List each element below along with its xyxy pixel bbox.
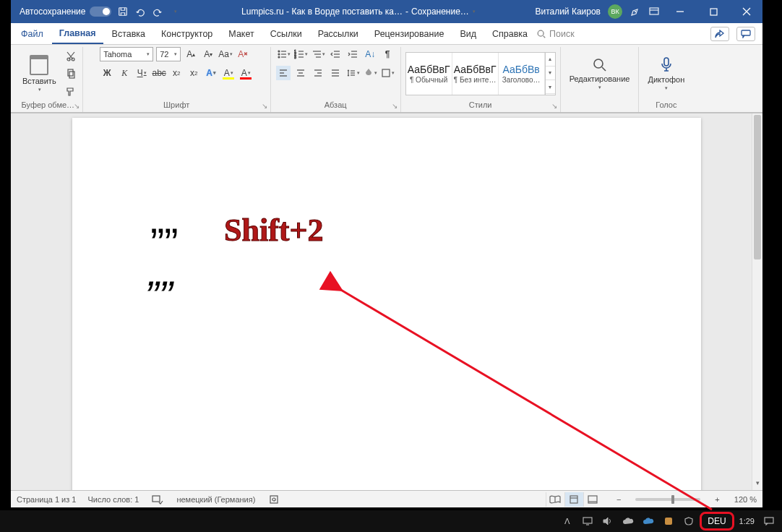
qat-dropdown-icon[interactable]: ▾ (170, 6, 181, 17)
borders-icon[interactable]: ▾ (380, 66, 395, 80)
autosave-toggle[interactable]: Автосохранение (20, 7, 111, 17)
italic-button[interactable]: К (117, 66, 132, 80)
zoom-value[interactable]: 120 % (734, 495, 757, 504)
highlight-icon[interactable]: A▾ (221, 66, 236, 80)
multilevel-icon[interactable]: ▾ (311, 47, 325, 61)
dictate-button[interactable]: Диктофон ▾ (643, 55, 689, 93)
bullets-icon[interactable]: ▾ (276, 47, 291, 61)
macro-icon[interactable] (267, 492, 281, 507)
styles-gallery[interactable]: АаБбВвГ ¶ Обычный АаБбВвГ ¶ Без инте… Аа… (405, 52, 556, 95)
grow-font-icon[interactable]: A▴ (184, 47, 198, 61)
ribbon-mode-icon[interactable] (648, 6, 660, 17)
numbering-icon[interactable]: 123▾ (293, 47, 308, 61)
line-spacing-icon[interactable]: ▾ (345, 66, 360, 80)
align-center-icon[interactable] (293, 66, 308, 80)
group-editing: Редактирование ▾ (561, 47, 640, 112)
editing-dropdown[interactable]: Редактирование ▾ (565, 56, 635, 92)
voice-group-label: Голос (656, 100, 676, 109)
minimize-button[interactable] (667, 0, 693, 23)
sort-icon[interactable]: A↓ (363, 47, 377, 61)
clear-format-icon[interactable]: A✖ (236, 47, 250, 61)
print-layout-icon[interactable] (564, 492, 583, 507)
comments-button[interactable] (736, 27, 755, 41)
tray-security-icon[interactable] (683, 515, 695, 527)
styles-scroll-down-icon[interactable]: ▾ (546, 66, 555, 80)
web-layout-icon[interactable] (583, 492, 602, 507)
language-indicator[interactable]: DEU (703, 515, 730, 528)
styles-scroll-up-icon[interactable]: ▴ (546, 53, 555, 66)
avatar[interactable]: ВК (608, 4, 622, 19)
paste-button[interactable]: Вставить ▾ (18, 53, 61, 94)
tab-design[interactable]: Конструктор (154, 23, 220, 44)
tab-view[interactable]: Вид (452, 23, 484, 44)
style-normal[interactable]: АаБбВвГ ¶ Обычный (406, 53, 452, 95)
copy-icon[interactable] (64, 66, 78, 81)
clipboard-launcher-icon[interactable]: ↘ (74, 102, 80, 110)
vertical-scrollbar[interactable]: ▴ ▾ (752, 113, 762, 490)
style-nospacing[interactable]: АаБбВвГ ¶ Без инте… (452, 53, 499, 95)
cut-icon[interactable] (64, 49, 78, 64)
save-icon[interactable] (117, 6, 129, 17)
tray-onedrive-icon[interactable] (622, 515, 634, 527)
shrink-font-icon[interactable]: A▾ (201, 47, 215, 61)
search-box[interactable]: Поиск (536, 23, 575, 44)
tab-references[interactable]: Ссылки (263, 23, 309, 44)
font-name-input[interactable]: Tahoma▾ (100, 47, 153, 61)
bold-button[interactable]: Ж (100, 66, 114, 80)
tab-mailings[interactable]: Рассылки (311, 23, 366, 44)
tab-review[interactable]: Рецензирование (367, 23, 452, 44)
strike-button[interactable]: abc (152, 66, 166, 80)
share-button[interactable] (710, 27, 729, 41)
toggle-switch-icon[interactable] (90, 7, 111, 17)
tray-volume-icon[interactable] (602, 515, 614, 527)
maximize-button[interactable] (700, 0, 726, 23)
superscript-button[interactable]: x2 (186, 66, 201, 80)
read-mode-icon[interactable] (546, 492, 564, 507)
undo-icon[interactable] (134, 6, 146, 17)
indent-increase-icon[interactable] (345, 47, 360, 61)
tab-help[interactable]: Справка (485, 23, 535, 44)
format-painter-icon[interactable] (64, 84, 78, 98)
tab-home[interactable]: Главная (52, 23, 103, 44)
tray-display-icon[interactable] (582, 515, 593, 527)
zoom-in-button[interactable]: + (712, 495, 722, 504)
align-right-icon[interactable] (311, 66, 325, 80)
close-button[interactable] (734, 0, 760, 23)
font-launcher-icon[interactable]: ↘ (262, 102, 267, 110)
shading-icon[interactable]: ▾ (363, 66, 377, 80)
dictate-label: Диктофон (648, 75, 684, 84)
notifications-icon[interactable] (763, 515, 775, 527)
page[interactable]: „„ „„ Shift+2 (72, 118, 701, 490)
styles-more-icon[interactable]: ▾ (546, 80, 555, 94)
zoom-slider[interactable] (635, 498, 700, 501)
tray-onedrive2-icon[interactable] (643, 515, 654, 527)
scroll-thumb[interactable] (754, 115, 761, 259)
comingsoon-icon[interactable] (630, 6, 641, 17)
show-marks-icon[interactable]: ¶ (380, 47, 395, 61)
align-left-icon[interactable] (276, 66, 291, 80)
styles-launcher-icon[interactable]: ↘ (551, 102, 557, 110)
align-justify-icon[interactable] (328, 66, 343, 80)
underline-button[interactable]: Ч▾ (134, 66, 149, 80)
language-status[interactable]: немецкий (Германия) (176, 495, 255, 504)
text-effects-icon[interactable]: A▾ (204, 66, 218, 80)
tray-app-icon[interactable] (663, 515, 674, 527)
tray-chevron-icon[interactable]: ᐱ (562, 515, 573, 527)
tab-file[interactable]: Файл (14, 23, 51, 44)
paragraph-launcher-icon[interactable]: ↘ (392, 102, 398, 110)
tab-insert[interactable]: Вставка (105, 23, 152, 44)
spellcheck-icon[interactable] (150, 492, 165, 507)
style-heading1[interactable]: АаБбВв Заголово… (499, 53, 545, 95)
tab-layout[interactable]: Макет (221, 23, 261, 44)
word-count[interactable]: Число слов: 1 (87, 495, 139, 504)
font-color-icon[interactable]: A▾ (239, 66, 253, 80)
scroll-down-icon[interactable]: ▾ (752, 479, 762, 490)
zoom-out-button[interactable]: − (614, 495, 624, 504)
indent-decrease-icon[interactable] (328, 47, 343, 61)
subscript-button[interactable]: x2 (169, 66, 184, 80)
page-status[interactable]: Страница 1 из 1 (17, 495, 76, 504)
font-size-input[interactable]: 72▾ (156, 47, 181, 61)
redo-icon[interactable] (152, 6, 163, 17)
taskbar-time[interactable]: 1:29 (739, 517, 755, 525)
change-case-icon[interactable]: Aa▾ (218, 47, 233, 61)
